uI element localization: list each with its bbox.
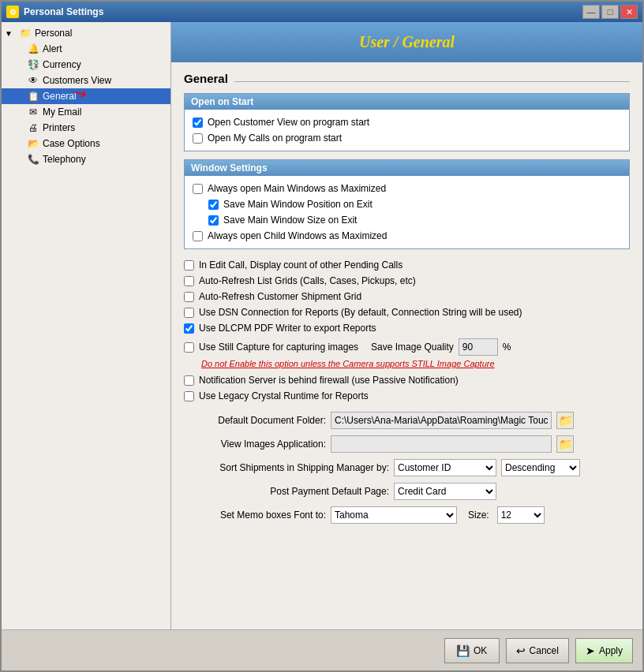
use-dsn-checkbox[interactable] [184,308,194,318]
view-images-label: View Images Application: [184,439,326,450]
save-main-position-row: Save Main Window Position on Exit [193,196,621,212]
sidebar-item-alert-label: Alert [43,43,62,54]
always-open-main-row: Always open Main Windows as Maximized [193,181,621,196]
app-icon: ⚙ [6,6,19,18]
close-button[interactable]: ✕ [620,5,638,19]
main-content: General Open on Start Open Customer View… [171,62,642,629]
auto-refresh-list-label: Auto-Refresh List Grids (Calls, Cases, P… [199,275,416,286]
sidebar-item-currency-label: Currency [43,59,81,70]
default-document-browse-button[interactable]: 📁 [556,412,574,429]
open-my-calls-label: Open My Calls on program start [208,133,342,144]
sidebar-item-case-options-label: Case Options [43,138,100,149]
customers-view-icon: 👁 [27,74,39,87]
sidebar-item-telephony[interactable]: 📞 Telephony [2,151,170,167]
default-document-input[interactable] [331,412,552,429]
sidebar-item-personal[interactable]: ▼ 📁 Personal [2,25,170,41]
save-main-position-label: Save Main Window Position on Exit [223,199,373,210]
sidebar-item-alert[interactable]: 🔔 Alert [2,41,170,57]
section-title: General [184,72,228,85]
sidebar-item-currency[interactable]: 💱 Currency [2,57,170,73]
edit-call-pending-row: In Edit Call, Display count of other Pen… [184,257,630,273]
sidebar-item-case-options[interactable]: 📂 Case Options [2,136,170,151]
always-open-main-checkbox[interactable] [193,184,203,194]
sidebar-item-general-label: General [43,91,77,102]
view-images-input[interactable] [331,435,552,453]
use-dsn-label: Use DSN Connection for Reports (By defau… [199,307,522,318]
edit-call-pending-checkbox[interactable] [184,260,194,271]
save-main-size-checkbox[interactable] [208,215,219,226]
titlebar-controls: — □ ✕ [582,5,638,19]
maximize-button[interactable]: □ [601,5,619,19]
apply-button[interactable]: ➤ Apply [575,638,633,663]
auto-refresh-customer-checkbox[interactable] [184,292,194,302]
header-title: User / General [359,33,455,50]
view-images-row: View Images Application: 📁 [184,435,630,453]
divider [234,81,630,82]
always-open-child-label: Always open Child Windows as Maximized [208,230,387,241]
cancel-icon: ↩ [516,644,526,657]
memo-font-label: Set Memo boxes Font to: [184,510,326,521]
expand-icon: ▼ [5,29,16,38]
sidebar-item-printers[interactable]: 🖨 Printers [2,120,170,136]
sidebar-item-general[interactable]: 📋 General [2,88,170,104]
open-customer-view-label: Open Customer View on program start [208,117,369,128]
case-options-icon: 📂 [27,137,39,150]
save-main-position-checkbox[interactable] [208,200,219,210]
quality-value-input[interactable] [459,338,498,356]
ok-button[interactable]: 💾 OK [444,638,500,663]
general-icon: 📋 [27,90,39,103]
open-customer-view-checkbox[interactable] [193,118,203,128]
auto-refresh-customer-label: Auto-Refresh Customer Shipment Grid [199,291,361,302]
cancel-button[interactable]: ↩ Cancel [506,638,569,663]
notification-row: Notification Server is behind firewall (… [184,372,630,388]
still-capture-warning[interactable]: Do not Enable this option unless the Cam… [184,358,630,369]
telephony-icon: 📞 [27,153,39,166]
main-panel: User / General General Open on Start Ope… [171,22,642,629]
size-label: Size: [468,510,489,521]
open-customer-view-row: Open Customer View on program start [193,114,621,130]
window-settings-content: Always open Main Windows as Maximized Sa… [185,176,629,248]
view-images-browse-button[interactable]: 📁 [556,435,574,453]
alert-icon: 🔔 [27,43,39,55]
memo-font-select[interactable]: Tahoma Arial Verdana Times New Roman [331,506,457,524]
still-capture-label: Use Still Capture for capturing images [199,342,358,353]
post-payment-select[interactable]: Credit Card Check Cash EFT [394,483,496,500]
quality-label: Save Image Quality [371,342,454,353]
auto-refresh-list-checkbox[interactable] [184,276,194,286]
size-select[interactable]: 8 9 10 11 12 14 16 [497,506,545,524]
main-header: User / General [171,22,642,62]
open-on-start-header: Open on Start [185,94,629,110]
always-open-child-checkbox[interactable] [193,231,203,241]
edit-call-pending-label: In Edit Call, Display count of other Pen… [199,259,402,271]
open-my-calls-checkbox[interactable] [193,133,203,144]
use-dsn-row: Use DSN Connection for Reports (By defau… [184,304,630,320]
ok-icon: 💾 [456,644,470,657]
sort-order-select[interactable]: Descending Ascending [501,459,580,476]
my-email-icon: ✉ [27,106,39,118]
open-my-calls-row: Open My Calls on program start [193,130,621,146]
legacy-crystal-checkbox[interactable] [184,391,194,401]
still-capture-checkbox[interactable] [184,342,194,353]
notification-checkbox[interactable] [184,375,194,386]
sort-shipments-select[interactable]: Customer ID Ship Date Order Number [394,459,496,476]
sidebar: ▼ 📁 Personal 🔔 Alert 💱 Currency 👁 Custom… [2,22,171,629]
minimize-button[interactable]: — [582,5,600,19]
titlebar: ⚙ Personal Settings — □ ✕ [2,2,642,22]
legacy-crystal-label: Use Legacy Crystal Runtime for Reports [199,390,369,401]
use-dlcpm-checkbox[interactable] [184,323,194,334]
sidebar-item-customers-view[interactable]: 👁 Customers View [2,73,170,88]
window-title: Personal Settings [24,6,103,17]
warning-link-text: Do not Enable this option unless the Cam… [201,359,495,368]
sidebar-item-customers-view-label: Customers View [43,75,111,86]
sort-shipments-label: Sort Shipments in Shipping Manager by: [184,462,389,473]
sidebar-item-personal-label: Personal [35,28,72,39]
content-area: ▼ 📁 Personal 🔔 Alert 💱 Currency 👁 Custom… [2,22,642,629]
printers-icon: 🖨 [27,121,39,134]
notification-label: Notification Server is behind firewall (… [199,375,459,386]
apply-label: Apply [599,645,623,656]
default-document-label: Default Document Folder: [184,415,326,426]
sidebar-item-my-email[interactable]: ✉ My Email [2,104,170,120]
apply-icon: ➤ [586,644,595,657]
footer-bar: 💾 OK ↩ Cancel ➤ Apply [2,629,642,670]
percent-label: % [503,342,511,353]
